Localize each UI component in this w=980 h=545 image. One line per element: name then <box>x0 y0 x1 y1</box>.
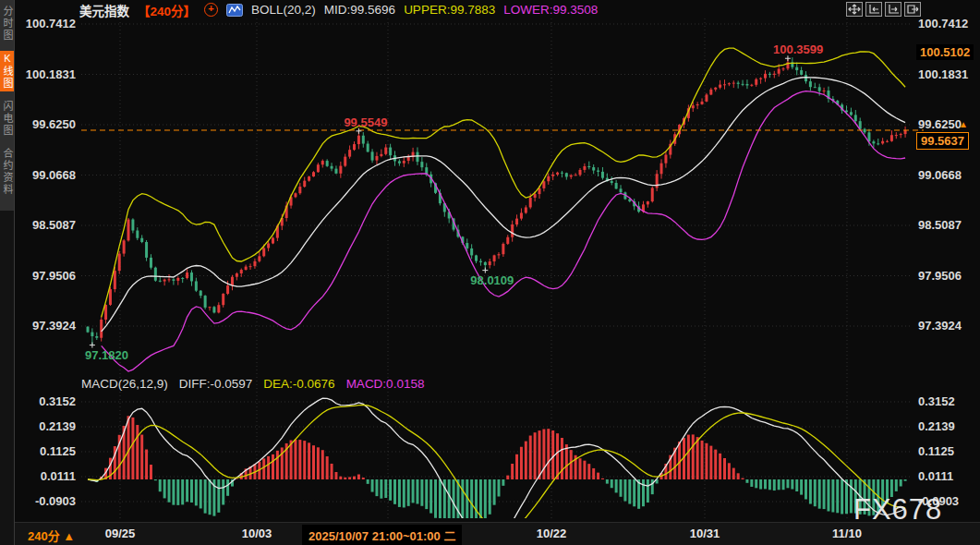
macd-axis-label: 0.0111 <box>918 469 979 483</box>
time-axis-label: 09/25 <box>105 527 136 540</box>
macd-axis-label: 0.1125 <box>918 444 979 458</box>
fx678-watermark: FX678 <box>853 493 942 527</box>
left-price-axis: 100.7412100.183199.625099.066898.508797.… <box>15 0 76 545</box>
price-up-arrow-icon: ▲ <box>959 119 968 129</box>
macd-axis-label: 0.2139 <box>918 419 979 433</box>
period-dropdown-arrow-icon: ▲ <box>63 529 75 543</box>
price-axis-label: 97.9506 <box>15 269 76 283</box>
time-axis-bar: 240分 ▲ 2025/10/07 21:00~01:00 二 09/2510/… <box>15 522 980 545</box>
macd-axis-label: 0.3152 <box>15 394 76 408</box>
price-axis-label: 99.6250 <box>15 117 76 131</box>
price-axis-label: 98.5087 <box>918 218 979 232</box>
time-axis-label: 10/31 <box>690 527 720 540</box>
upper-band-value-chip: 100.5102 <box>916 44 974 60</box>
last-price-chip: 99.5637 <box>916 132 969 150</box>
price-axis-label: 100.1831 <box>15 67 76 81</box>
hover-time-tooltip: 2025/10/07 21:00~01:00 二 <box>302 525 462 545</box>
time-axis-label: 11/10 <box>832 527 862 540</box>
macd-dea-value: DEA:-0.0676 <box>263 377 334 391</box>
price-axis-label: 97.3924 <box>918 319 979 333</box>
macd-params-label: MACD(26,12,9) <box>81 377 168 391</box>
price-axis-label: 100.7412 <box>15 17 76 30</box>
macd-diff-value: DIFF:-0.0597 <box>179 377 253 391</box>
macd-axis-label: 0.3152 <box>918 394 979 408</box>
macd-macd-value: MACD:0.0158 <box>346 377 425 391</box>
price-axis-label: 99.6250 <box>918 117 979 131</box>
price-axis-label: 97.3924 <box>15 319 76 333</box>
macd-axis-label: 0.1125 <box>15 444 76 458</box>
price-annotation: 100.3599 <box>773 42 823 56</box>
price-axis-label: 99.0668 <box>918 168 979 182</box>
price-annotation: 97.1820 <box>85 348 128 362</box>
price-axis-label: 100.1831 <box>918 67 979 81</box>
macd-axis-label: -0.0903 <box>15 494 76 508</box>
kline-chart-canvas[interactable]: 100.359999.554998.010997.1820 <box>0 0 980 545</box>
macd-axis-label: 0.0111 <box>15 469 76 483</box>
macd-axis-label: 0.2139 <box>15 419 76 433</box>
price-axis-label: 98.5087 <box>15 218 76 232</box>
period-selector[interactable]: 240分 ▲ <box>28 527 75 544</box>
price-axis-label: 100.7412 <box>918 17 979 30</box>
price-axis-label: 97.9506 <box>918 269 979 283</box>
macd-header: MACD(26,12,9) DIFF:-0.0597 DEA:-0.0676 M… <box>81 377 424 391</box>
kline-app-window: 分时图K线图闪电图合约资料 美元指数 【240分】 + BOLL(20,2) M… <box>0 0 980 545</box>
right-price-axis: 100.7412100.183199.625099.066898.508797.… <box>918 0 979 545</box>
price-annotation: 98.0109 <box>470 273 514 287</box>
time-axis-label: 10/03 <box>242 527 272 540</box>
time-axis-label: 10/22 <box>537 527 567 540</box>
price-axis-label: 99.0668 <box>15 168 76 182</box>
price-annotation: 99.5549 <box>344 115 387 129</box>
